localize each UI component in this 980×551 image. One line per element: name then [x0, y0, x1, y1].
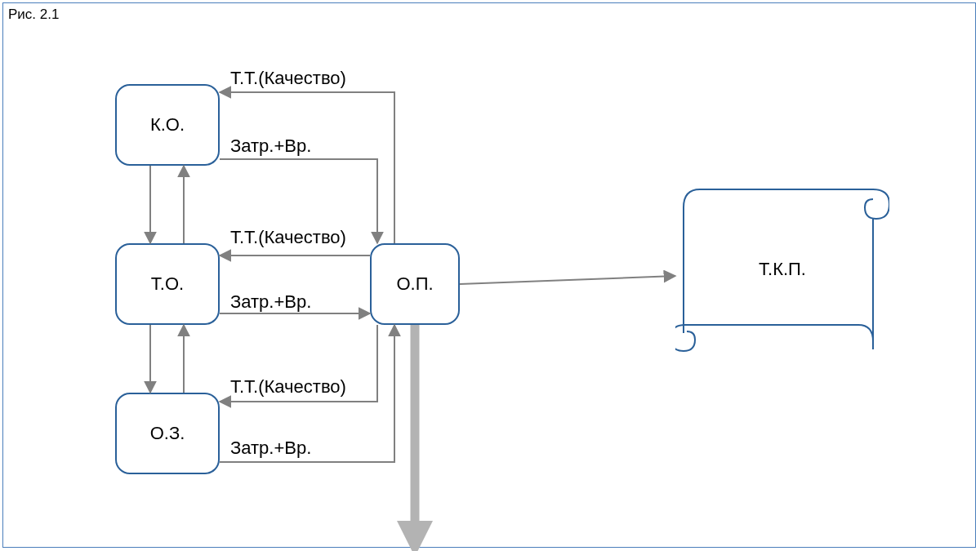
- edge-label-zatr-to: Затр.+Вр.: [230, 291, 311, 313]
- edge-label-zatr-ko: Затр.+Вр.: [230, 136, 311, 157]
- edge-label-tt-ko: Т.Т.(Качество): [230, 68, 346, 89]
- edge-label-tt-to: Т.Т.(Качество): [230, 227, 346, 248]
- node-tkp: Т.К.П.: [675, 186, 889, 353]
- figure-caption: Рис. 2.1: [8, 7, 59, 23]
- edge-label-zatr-oz: Затр.+Вр.: [230, 438, 311, 459]
- node-oz-label: О.З.: [150, 423, 185, 444]
- node-ko: К.О.: [115, 84, 220, 166]
- node-op: О.П.: [370, 243, 460, 325]
- edge-label-tt-oz: Т.Т.(Качество): [230, 376, 346, 398]
- node-ko-label: К.О.: [150, 114, 185, 136]
- node-to: Т.О.: [115, 243, 220, 325]
- node-oz: О.З.: [115, 393, 220, 474]
- node-op-label: О.П.: [396, 273, 433, 295]
- node-tkp-label: Т.К.П.: [759, 259, 806, 280]
- node-to-label: Т.О.: [151, 273, 184, 295]
